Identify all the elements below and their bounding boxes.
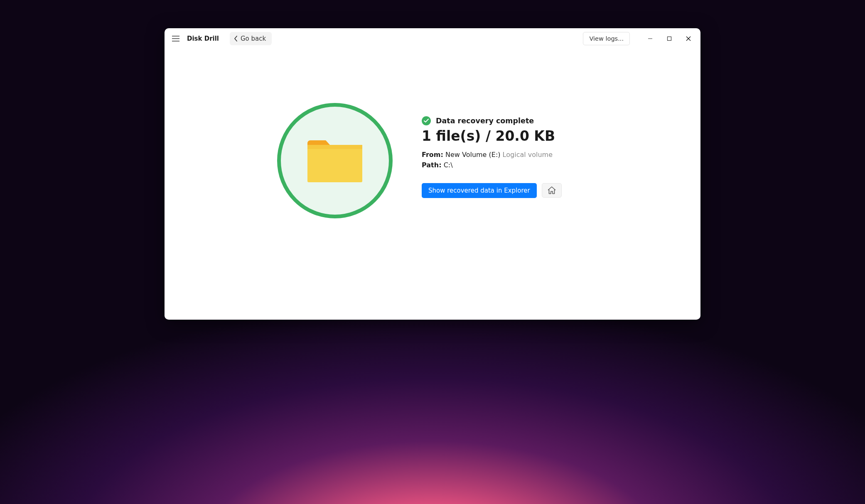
- path-row: Path: C:\: [422, 161, 588, 169]
- home-icon: [548, 186, 556, 194]
- window-controls: [641, 30, 698, 47]
- titlebar: Disk Drill Go back View logs...: [165, 28, 700, 49]
- from-aux: Logical volume: [503, 151, 553, 159]
- folder-icon: [306, 137, 364, 184]
- check-badge: [422, 116, 431, 125]
- from-label: From:: [422, 151, 443, 159]
- status-text: Data recovery complete: [436, 117, 534, 125]
- main-content: Data recovery complete 1 file(s) / 20.0 …: [165, 49, 700, 320]
- recovery-summary: 1 file(s) / 20.0 KB: [422, 128, 588, 144]
- maximize-icon: [667, 36, 672, 41]
- go-back-button[interactable]: Go back: [230, 32, 272, 45]
- from-value: New Volume (E:): [445, 151, 501, 159]
- minimize-icon: [648, 36, 653, 41]
- chevron-left-icon: [234, 36, 238, 42]
- view-logs-button[interactable]: View logs...: [583, 32, 630, 45]
- checkmark-icon: [424, 119, 429, 123]
- hamburger-icon: [172, 36, 179, 42]
- path-value: C:\: [444, 161, 453, 169]
- from-row: From: New Volume (E:) Logical volume: [422, 151, 588, 159]
- svg-rect-7: [307, 145, 362, 182]
- result-info: Data recovery complete 1 file(s) / 20.0 …: [422, 103, 588, 198]
- svg-rect-8: [307, 145, 362, 149]
- go-back-label: Go back: [241, 35, 266, 42]
- app-window: Disk Drill Go back View logs...: [165, 28, 700, 320]
- show-in-explorer-button[interactable]: Show recovered data in Explorer: [422, 183, 537, 198]
- close-button[interactable]: [679, 30, 698, 47]
- minimize-button[interactable]: [641, 30, 660, 47]
- actions-row: Show recovered data in Explorer: [422, 183, 588, 198]
- svg-rect-4: [668, 37, 671, 41]
- path-label: Path:: [422, 161, 442, 169]
- close-icon: [686, 36, 691, 41]
- success-hero: [277, 103, 393, 218]
- maximize-button[interactable]: [660, 30, 679, 47]
- app-title: Disk Drill: [187, 35, 219, 42]
- home-button[interactable]: [542, 183, 562, 198]
- status-row: Data recovery complete: [422, 116, 588, 125]
- menu-button[interactable]: [169, 32, 183, 46]
